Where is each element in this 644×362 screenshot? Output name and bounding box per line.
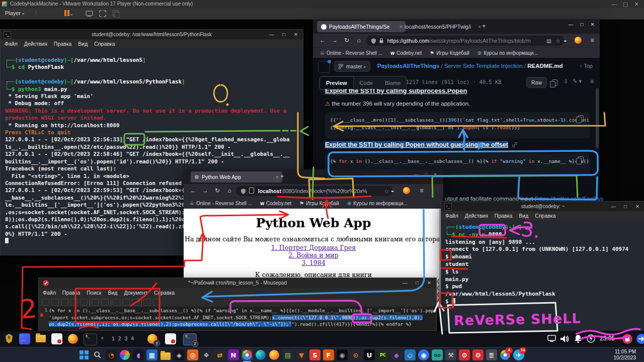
reload-icon[interactable]: ↻ [212,184,223,198]
new-tab-button[interactable]: + [482,22,486,30]
taskbar-pin-app-icon[interactable]: ◉ [418,349,429,360]
scrollbar[interactable] [596,88,599,148]
taskbar-3d-viewer-app-icon[interactable]: ❖ [201,349,212,360]
branch-selector[interactable]: master ▾ [334,61,370,72]
taskbar-calendar-app-icon[interactable]: ▦ [146,349,157,360]
taskbar-app-menu-icon[interactable]: ⋯ [19,333,30,344]
tab-localhost-phptwig[interactable]: localhost/lesson5/PHPTwig/i × [400,21,484,32]
tab-close-icon[interactable]: × [276,171,279,183]
close-button[interactable]: ✕ [290,30,302,39]
bookmark-Игры Кодебай[interactable]: ⚑Игры Кодебай [299,201,339,206]
terminal-launcher-icon[interactable]: $_ [84,333,97,345]
display-tray-icon[interactable] [547,335,556,342]
menu-item-Справка[interactable]: Справка [154,290,175,296]
taskbar-mousepad-running[interactable] [165,333,176,344]
taskbar-assistant-app-icon[interactable]: ◖ [133,349,144,360]
home-icon[interactable]: ⌂ [224,184,235,198]
new-file-icon[interactable] [42,299,49,306]
book-link-3[interactable]: 3. 1984 [301,259,326,266]
taskbar-s-app-icon[interactable]: S [309,349,320,360]
vm-ctrl-alt-del-icon[interactable] [86,10,94,18]
close-button[interactable]: ✕ [433,172,437,177]
power-manager-icon[interactable] [587,334,595,343]
menu-item-Справка[interactable]: Справка [94,41,115,47]
breadcrumb-repo[interactable]: PayloadsAllTheThings [377,63,439,69]
mousepad-editor[interactable]: 1 {% for x in ().__class__.__base__.__su… [39,307,436,330]
show-more-icon[interactable]: ∧ [101,335,104,340]
taskbar-search-icon[interactable] [92,349,103,360]
replace-icon[interactable] [153,299,160,306]
back-icon[interactable]: ← [188,184,199,198]
close-file-icon[interactable] [80,299,88,306]
firefox-account-icon[interactable] [573,34,584,47]
tab-close-icon[interactable]: × [478,21,481,32]
pocket-icon[interactable]: ◒ [559,34,571,47]
updates-icon[interactable] [636,333,644,344]
github-url-bar[interactable]: https://github.com/swisskyrepo/PayloadsA… [366,36,565,46]
close-button[interactable]: ✕ [423,278,435,288]
vm-pause-button[interactable]: ▾ [64,10,73,17]
taskbar-onenote-icon[interactable]: N [228,349,239,360]
edit-pencil-icon[interactable]: ✎ ▾ [573,78,582,84]
menu-item-Правка[interactable]: Правка [62,290,80,296]
maximize-button[interactable]: □ [581,22,584,27]
mousepad-titlebar[interactable]: *~/Рабочий стол/tmp_lesson_5 - Mousepad … [39,278,436,289]
bookmark-Курсы по информаци...[interactable]: ⊕Курсы по информаци... [347,201,408,206]
webapp-url-bar[interactable]: localhost:8080/index?book={%%20for%20x% … [236,186,393,196]
taskbar-unreal-engine-icon[interactable]: U [364,349,375,360]
taskbar-firefox-icon[interactable] [269,349,280,360]
taskbar-blender-icon[interactable]: ⊙ [350,349,361,360]
minimize-button[interactable]: — [607,202,619,211]
taskbar-firefox-running[interactable]: 2 [147,333,158,344]
tab-code[interactable]: Code [354,77,379,89]
maximize-button[interactable]: □ [425,172,427,177]
breadcrumb-folder[interactable]: Server Side Template Injection [444,63,523,69]
tab-blame[interactable]: Blame [379,77,407,89]
menu-item-Правка[interactable]: Правка [54,41,71,47]
notifications-bell-icon[interactable] [574,334,583,344]
taskbar-notes-app-icon[interactable]: ◈ [174,349,185,360]
anchor-link-icon[interactable] [512,142,518,148]
maximize-button[interactable]: □ [411,278,423,288]
taskbar-dark-circle-app-icon[interactable]: ◉ [337,349,348,360]
taskbar-transfer-app-icon[interactable]: ⇄ [214,349,225,360]
bookmark-Online - Reverse Shell ...[interactable]: ☠Online - Reverse Shell ... [190,201,252,206]
taskbar-print-app-icon[interactable]: ≣ [486,349,497,360]
copy-file-icon[interactable] [552,79,557,86]
taskbar-f-app-icon[interactable]: F [323,349,334,360]
taskbar-telegram-icon[interactable]: ✈34 [513,349,524,360]
menu-item-Вид[interactable]: Вид [519,213,528,219]
windows-clock[interactable]: 11:05 PM 10/2/2023 [614,349,636,361]
menu-item-Файл[interactable]: Файл [445,213,458,219]
forward-icon[interactable]: → [329,34,340,47]
taskbar-obs-app-icon[interactable]: oo [432,349,443,360]
taskbar-terminal-running[interactable]: $_2 [183,333,197,345]
tab-payloadsallthethings[interactable]: PayloadsAllTheThings/Se × [317,21,406,32]
taskbar-tools-app-icon[interactable]: ⚒ [445,349,456,360]
menu-item-Правка[interactable]: Правка [495,213,512,219]
bookmark-Codeby.net[interactable]: wCodeby.net [260,201,291,206]
menu-item-Вид[interactable]: Вид [78,41,88,47]
clock[interactable]: 23:05 [600,335,615,342]
taskbar-edge-icon[interactable] [255,349,266,360]
vm-snapshot-icon[interactable] [112,10,120,18]
paste-icon[interactable] [132,299,139,306]
vmware-close-button[interactable]: ✕ [631,0,642,8]
taskbar-visual-studio-icon[interactable]: ◆ [391,349,402,360]
file-manager-icon[interactable] [35,333,46,344]
taskbar-mixer-app-icon[interactable]: ▤ [282,349,293,360]
menu-item-Справка[interactable]: Справка [535,213,555,219]
taskbar-start-icon[interactable] [78,349,90,360]
vmware-player-menu[interactable]: Player ▾ [5,10,24,16]
reload-icon[interactable]: ↻ [341,34,352,47]
back-icon[interactable]: ← [317,34,328,47]
terminal-titlebar[interactable]: ›_ student@codeby: ~ —□✕ [441,202,644,212]
minimize-button[interactable]: — [569,22,574,27]
firefox-launcher-icon[interactable] [67,333,78,344]
bookmark-Курсы по информаци...[interactable]: ⊕Курсы по информаци... [477,50,538,56]
taskbar-gear-red-2-icon[interactable]: ⚙ [472,349,484,360]
code-block-subprocess[interactable]: {{''.__class__.mro()[1].__subclasses__()… [325,112,590,138]
forward-icon[interactable]: → [200,184,211,198]
back-to-top-link[interactable]: ↑ Top [580,63,593,69]
taskbar-chrome-icon[interactable] [242,349,253,360]
